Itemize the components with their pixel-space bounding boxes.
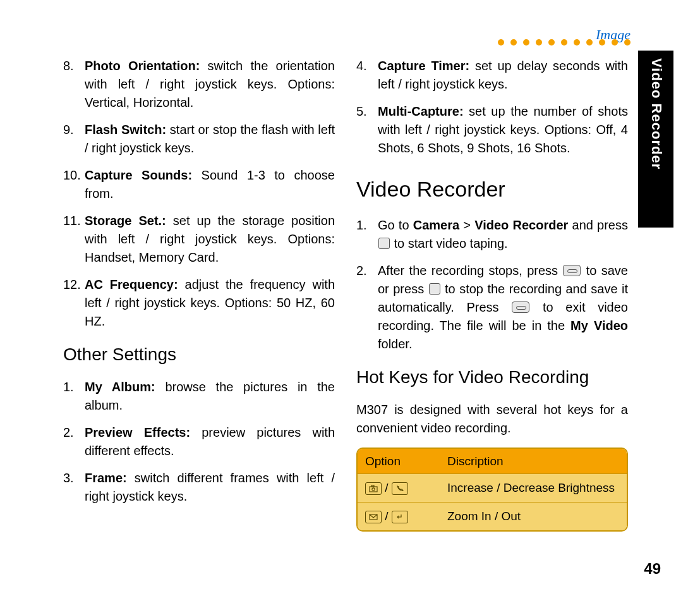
- list-item: 5.Multi-Capture: set up the number of sh…: [356, 102, 628, 157]
- text-run: folder.: [378, 337, 412, 351]
- item-number: 3.: [63, 469, 85, 506]
- phone-key-icon: [392, 482, 408, 495]
- video-recorder-steps: 1. Go to Camera > Video Recorder and pre…: [356, 216, 628, 353]
- item-number: 12.: [63, 276, 85, 331]
- item-number: 2.: [63, 423, 85, 460]
- list-item: 2. After the recording stops, press to s…: [356, 262, 628, 353]
- item-label: Frame:: [85, 471, 127, 485]
- item-number: 1.: [63, 378, 85, 415]
- header-dots: [498, 39, 631, 46]
- list-item: 8.Photo Orientation: switch the orientat…: [63, 57, 335, 112]
- list-item: 3.Frame: switch different frames with le…: [63, 469, 335, 506]
- col-option: Option: [365, 453, 447, 470]
- slash: /: [385, 509, 392, 523]
- item-number: 2.: [356, 262, 378, 353]
- hotkey-table: Option Discription / Increase / Decrease…: [356, 448, 628, 532]
- camera-key-icon: [365, 482, 382, 495]
- table-row: / Increase / Decrease Brightness: [358, 473, 627, 502]
- softkey-icon: [512, 302, 529, 313]
- item-number: 8.: [63, 57, 85, 112]
- item-number: 11.: [63, 212, 85, 267]
- list-item: 1. Go to Camera > Video Recorder and pre…: [356, 216, 628, 253]
- item-label: Capture Sounds:: [85, 168, 192, 182]
- table-header: Option Discription: [358, 449, 627, 474]
- item-number: 4.: [356, 57, 378, 94]
- item-label: Photo Orientation:: [85, 59, 200, 73]
- other-settings-heading: Other Settings: [63, 342, 335, 368]
- softkey-icon: [563, 265, 581, 276]
- text-run: After the recording stops, press: [378, 264, 562, 277]
- list-item: 9.Flash Switch: start or stop the flash …: [63, 121, 335, 157]
- description-cell: Zoom In / Out: [447, 508, 619, 525]
- list-item: 1.My Album: browse the pictures in the a…: [63, 378, 335, 415]
- center-key-icon: [378, 238, 390, 249]
- text-run: >: [459, 218, 474, 232]
- video-recorder-heading: Video Recorder: [356, 174, 628, 205]
- back-key-icon: [392, 511, 408, 523]
- item-label: Preview Effects:: [85, 425, 190, 439]
- message-key-icon: [365, 511, 382, 523]
- item-label: AC Frequency:: [85, 277, 178, 291]
- svg-rect-2: [371, 485, 374, 487]
- list-item: 12.AC Frequency: adjust the frequency wi…: [63, 276, 335, 331]
- bold-run: Camera: [413, 218, 459, 232]
- list-item: 11.Storage Set.: set up the storage posi…: [63, 212, 335, 267]
- hot-keys-heading: Hot Keys for Video Recording: [356, 365, 628, 391]
- center-key-icon: [429, 283, 440, 295]
- text-run: to start video taping.: [390, 236, 508, 250]
- bold-run: Video Recorder: [474, 218, 568, 232]
- text-run: and press: [568, 218, 628, 232]
- slash: /: [385, 481, 392, 494]
- page-number: 49: [644, 560, 661, 578]
- col-description: Discription: [447, 453, 619, 470]
- item-label: Storage Set.:: [85, 214, 166, 228]
- other-settings-list: 1.My Album: browse the pictures in the a…: [63, 378, 335, 506]
- svg-point-1: [372, 488, 375, 490]
- list-item: 10.Capture Sounds: Sound 1-3 to choose f…: [63, 166, 335, 203]
- option-cell: /: [365, 508, 447, 525]
- item-number: 1.: [356, 216, 378, 253]
- settings-list: 8.Photo Orientation: switch the orientat…: [63, 57, 335, 331]
- item-number: 10.: [63, 166, 85, 203]
- list-item: 2.Preview Effects: preview pictures with…: [63, 423, 335, 460]
- item-number: 5.: [356, 102, 378, 157]
- table-row: / Zoom In / Out: [358, 502, 627, 530]
- item-label: Capture Timer:: [378, 59, 469, 73]
- right-column: 4.Capture Timer: set up delay seconds wi…: [356, 57, 628, 532]
- item-label: Multi-Capture:: [378, 104, 464, 118]
- side-tab: Video Recorder: [638, 51, 673, 228]
- text-run: Go to: [378, 218, 413, 232]
- option-cell: /: [365, 479, 447, 497]
- hot-keys-intro: M307 is designed with several hot keys f…: [356, 401, 628, 437]
- item-label: Flash Switch:: [85, 123, 166, 137]
- item-label: My Album:: [85, 380, 155, 394]
- left-column: 8.Photo Orientation: switch the orientat…: [63, 57, 335, 532]
- settings-list-cont: 4.Capture Timer: set up delay seconds wi…: [356, 57, 628, 157]
- list-item: 4.Capture Timer: set up delay seconds wi…: [356, 57, 628, 94]
- description-cell: Increase / Decrease Brightness: [447, 479, 619, 497]
- bold-run: My Video: [570, 319, 628, 332]
- item-number: 9.: [63, 121, 85, 157]
